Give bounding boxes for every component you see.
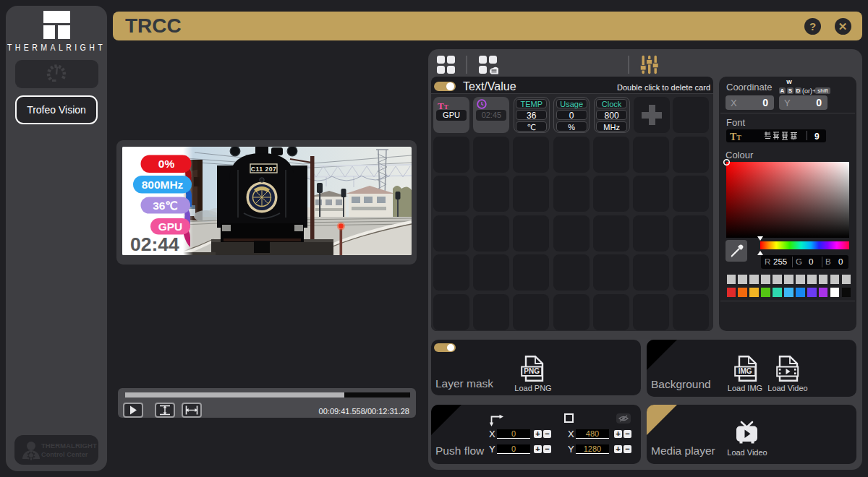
svg-text:800MHz: 800MHz bbox=[142, 179, 184, 191]
svg-text:0%: 0% bbox=[158, 158, 175, 170]
svg-text:C11 207: C11 207 bbox=[251, 166, 277, 173]
svg-text:GPU: GPU bbox=[158, 220, 183, 233]
svg-text:PNG: PNG bbox=[524, 367, 540, 375]
svg-text:36℃: 36℃ bbox=[153, 199, 178, 212]
svg-text:IMG: IMG bbox=[739, 367, 752, 375]
svg-text:02:44: 02:44 bbox=[130, 233, 179, 255]
